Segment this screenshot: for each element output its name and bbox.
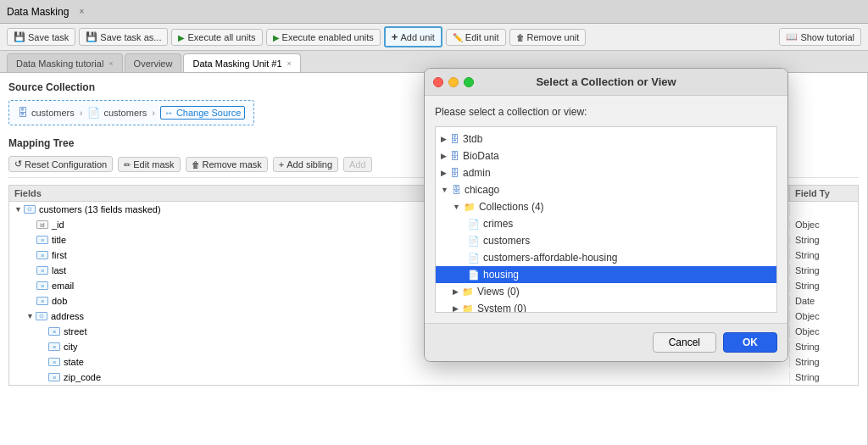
- plus-icon: [392, 31, 398, 43]
- folder-icon: 📁: [462, 286, 474, 298]
- toolbar: Save task Save task as... Execute all un…: [0, 24, 868, 51]
- list-item[interactable]: 📄 customers-affordable-housing: [436, 249, 776, 266]
- tree-item-label: Collections (4): [479, 201, 544, 213]
- ok-button[interactable]: OK: [723, 332, 777, 353]
- db-icon: 🗄: [452, 185, 461, 195]
- list-item[interactable]: 📄 customers: [436, 232, 776, 249]
- field-name: address: [51, 311, 84, 321]
- list-item[interactable]: ▼ 📁 Collections (4): [436, 198, 776, 215]
- expand-icon: ▶: [441, 135, 447, 143]
- list-item[interactable]: ▶ 📁 Views (0): [436, 283, 776, 300]
- close-window-button[interactable]: [433, 77, 443, 87]
- save-as-icon: [86, 31, 97, 42]
- change-source-button[interactable]: ↔ Change Source: [160, 106, 246, 120]
- doc-icon: ≡: [48, 373, 60, 381]
- field-name: street: [64, 326, 87, 337]
- expand-root[interactable]: ▼: [14, 205, 22, 214]
- folder-icon: 📁: [464, 202, 476, 213]
- field-type: String: [790, 356, 858, 368]
- key-icon: id: [36, 220, 48, 229]
- tree-item-label: Views (0): [477, 286, 520, 298]
- title-bar-close[interactable]: ×: [79, 7, 84, 16]
- save-task-as-button[interactable]: Save task as...: [79, 28, 168, 46]
- dialog-title: Select a Collection or View: [536, 75, 676, 88]
- tree-item-label: System (0): [477, 303, 526, 313]
- save-task-button[interactable]: Save task: [7, 28, 75, 46]
- title-bar-text: Data Masking: [7, 6, 69, 18]
- cancel-button[interactable]: Cancel: [653, 332, 716, 353]
- tree-item-label: customers-affordable-housing: [483, 252, 618, 264]
- list-item[interactable]: ▶ 🗄 3tdb: [436, 131, 776, 147]
- doc-icon: 📄: [468, 236, 480, 247]
- obj-icon: ⊙: [36, 312, 47, 320]
- expand-icon: ▶: [441, 169, 447, 177]
- list-item[interactable]: ▶ 📁 System (0): [436, 300, 776, 313]
- root-icon: ⊙: [24, 205, 36, 214]
- tree-item-label: crimes: [483, 218, 513, 230]
- tab-data-masking-tutorial[interactable]: Data Masking tutorial ×: [7, 53, 123, 72]
- minimize-window-button[interactable]: [448, 77, 459, 87]
- db-icon: 🗄: [450, 151, 459, 161]
- expand-icon: ▶: [453, 287, 459, 296]
- doc-icon: ≡: [48, 342, 60, 351]
- doc-icon: 📄: [468, 270, 480, 281]
- dialog-tree-list: ▶ 🗄 3tdb ▶ 🗄 BioData ▶ 🗄 admin ▼ 🗄 chica…: [436, 131, 776, 313]
- remove-unit-button[interactable]: Remove unit: [509, 29, 587, 46]
- list-item[interactable]: ▶ 🗄 BioData: [436, 147, 776, 164]
- field-type: Objec: [790, 325, 858, 337]
- tutorial-icon: 📖: [786, 31, 798, 42]
- field-type: String: [790, 234, 858, 246]
- tab-close-tutorial[interactable]: ×: [108, 59, 113, 68]
- path-separator: ›: [80, 108, 83, 118]
- doc-icon: ≡: [36, 251, 48, 259]
- dialog-traffic-lights: [433, 77, 474, 87]
- expand-icon: ▶: [453, 304, 459, 313]
- show-tutorial-button[interactable]: 📖 Show tutorial: [779, 28, 861, 46]
- dialog-instruction: Please select a collection or view:: [435, 106, 777, 118]
- collection-icon: 📄: [87, 107, 100, 119]
- source-db: 🗄 customers: [18, 107, 75, 119]
- execute-all-button[interactable]: Execute all units: [171, 29, 262, 46]
- trash-icon: [516, 32, 525, 42]
- add-sibling-button[interactable]: Add sibling: [273, 157, 338, 172]
- field-name: dob: [52, 296, 67, 306]
- save-icon: [14, 31, 25, 42]
- doc-icon: ≡: [48, 327, 60, 336]
- tab-data-masking-unit[interactable]: Data Masking Unit #1 ×: [183, 53, 300, 72]
- list-item[interactable]: 📄 crimes: [436, 215, 776, 232]
- field-type: String: [790, 371, 858, 383]
- tree-item-label: BioData: [463, 150, 499, 162]
- list-item[interactable]: 📄 housing: [436, 266, 776, 283]
- add-unit-button[interactable]: Add unit: [384, 26, 442, 47]
- maximize-window-button[interactable]: [464, 77, 474, 87]
- tree-item-label: chicago: [465, 184, 499, 196]
- list-item[interactable]: ▼ 🗄 chicago: [436, 181, 776, 198]
- doc-icon: 📄: [468, 253, 480, 264]
- tab-overview[interactable]: Overview: [125, 53, 182, 72]
- add-button[interactable]: Add: [343, 157, 372, 172]
- list-item[interactable]: ▶ 🗄 admin: [436, 164, 776, 181]
- db-icon: 🗄: [450, 134, 459, 144]
- field-type: String: [790, 280, 858, 292]
- play-enabled-icon: [273, 32, 280, 42]
- edit-unit-button[interactable]: Edit unit: [446, 29, 506, 46]
- tab-close-unit[interactable]: ×: [287, 59, 292, 68]
- field-name: state: [64, 357, 84, 367]
- source-collection: 📄 customers: [87, 107, 147, 119]
- edit-mask-button[interactable]: Edit mask: [118, 157, 180, 172]
- collection-tree[interactable]: ▶ 🗄 3tdb ▶ 🗄 BioData ▶ 🗄 admin ▼ 🗄 chica…: [435, 126, 777, 313]
- type-column-header: Field Ty: [790, 186, 858, 201]
- expand-icon: ▶: [441, 152, 447, 160]
- field-name: last: [52, 265, 66, 275]
- field-name: email: [52, 281, 74, 291]
- table-row[interactable]: ≡ zip_code String: [9, 370, 858, 385]
- field-type: Objec: [790, 219, 858, 231]
- title-bar: Data Masking ×: [0, 0, 868, 24]
- field-name: _id: [52, 220, 64, 230]
- doc-icon: ≡: [36, 281, 48, 290]
- remove-mask-button[interactable]: Remove mask: [186, 157, 268, 172]
- db-icon: 🗄: [18, 107, 28, 119]
- reset-config-button[interactable]: Reset Configuration: [8, 156, 113, 172]
- expand-arrow[interactable]: ▼: [26, 312, 34, 320]
- execute-enabled-button[interactable]: Execute enabled units: [266, 29, 381, 46]
